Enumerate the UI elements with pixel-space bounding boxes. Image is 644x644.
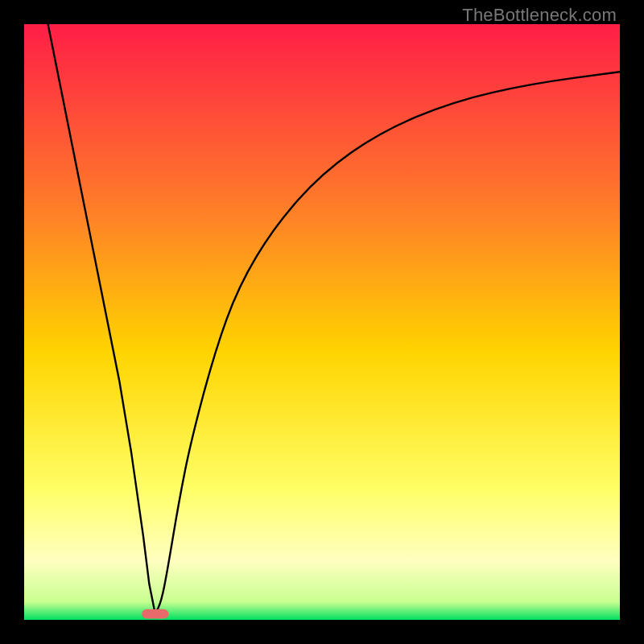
minimum-marker xyxy=(142,609,168,619)
chart-background xyxy=(24,24,620,620)
chart-frame xyxy=(24,24,620,620)
bottleneck-chart xyxy=(24,24,620,620)
watermark-text: TheBottleneck.com xyxy=(462,5,617,26)
